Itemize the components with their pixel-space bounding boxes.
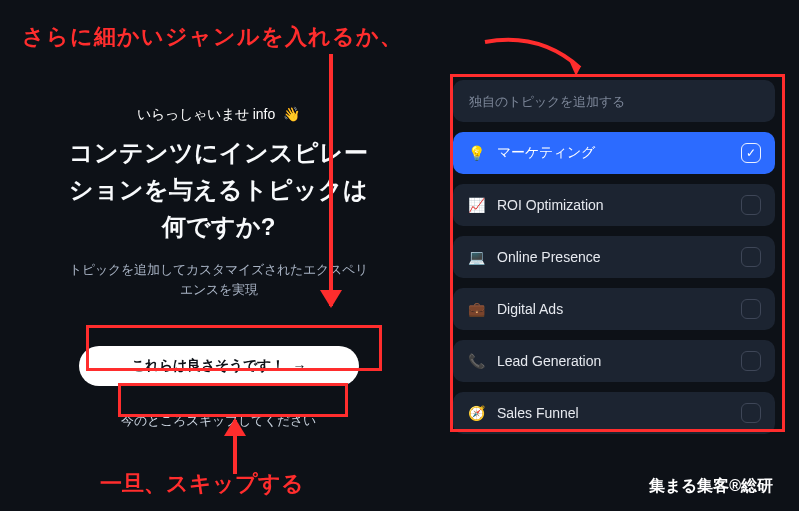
left-column: いらっしゃいませ info 👋 コンテンツにインスピレーションを与えるトピックは… <box>24 64 413 447</box>
skip-button[interactable]: 今のところスキップしてください <box>112 408 326 436</box>
topic-item[interactable]: 📈ROI Optimization <box>453 184 775 226</box>
brand-label: 集まる集客®総研 <box>649 476 773 497</box>
annotation-arrow-down <box>326 54 336 306</box>
topic-label: Lead Generation <box>497 353 729 369</box>
onboarding-content: いらっしゃいませ info 👋 コンテンツにインスピレーションを与えるトピックは… <box>24 64 775 447</box>
topic-label: ROI Optimization <box>497 197 729 213</box>
phone-icon: 📞 <box>467 352 485 370</box>
topics-list: 💡マーケティング📈ROI Optimization💻Online Presenc… <box>453 132 775 434</box>
topic-item[interactable]: 📞Lead Generation <box>453 340 775 382</box>
topic-label: Sales Funnel <box>497 405 729 421</box>
welcome-text: いらっしゃいませ info 👋 <box>137 106 300 124</box>
briefcase-icon: 💼 <box>467 300 485 318</box>
annotation-arrow-curve <box>480 32 600 86</box>
funnel-icon: 🧭 <box>467 404 485 422</box>
annotation-top: さらに細かいジャンルを入れるか、 <box>22 22 403 52</box>
topic-checkbox[interactable] <box>741 403 761 423</box>
topic-checkbox[interactable] <box>741 143 761 163</box>
topic-item[interactable]: 🧭Sales Funnel <box>453 392 775 434</box>
topic-checkbox[interactable] <box>741 195 761 215</box>
topic-item[interactable]: 💼Digital Ads <box>453 288 775 330</box>
arrow-right-icon: → <box>293 358 307 374</box>
add-topic-input[interactable] <box>453 80 775 122</box>
topic-label: Online Presence <box>497 249 729 265</box>
laptop-icon: 💻 <box>467 248 485 266</box>
annotation-bottom: 一旦、スキップする <box>100 469 304 499</box>
topic-label: Digital Ads <box>497 301 729 317</box>
topics-panel: 💡マーケティング📈ROI Optimization💻Online Presenc… <box>453 64 775 447</box>
topic-item[interactable]: 💡マーケティング <box>453 132 775 174</box>
topic-checkbox[interactable] <box>741 299 761 319</box>
wave-icon: 👋 <box>283 106 300 122</box>
topic-label: マーケティング <box>497 144 729 162</box>
annotation-arrow-up <box>230 420 240 474</box>
continue-button[interactable]: これらは良さそうです！ → <box>79 346 359 386</box>
lightbulb-icon: 💡 <box>467 144 485 162</box>
welcome-label: いらっしゃいませ info <box>137 106 275 122</box>
continue-button-label: これらは良さそうです！ <box>131 357 285 375</box>
chart-icon: 📈 <box>467 196 485 214</box>
topic-item[interactable]: 💻Online Presence <box>453 236 775 278</box>
topic-checkbox[interactable] <box>741 247 761 267</box>
topic-checkbox[interactable] <box>741 351 761 371</box>
